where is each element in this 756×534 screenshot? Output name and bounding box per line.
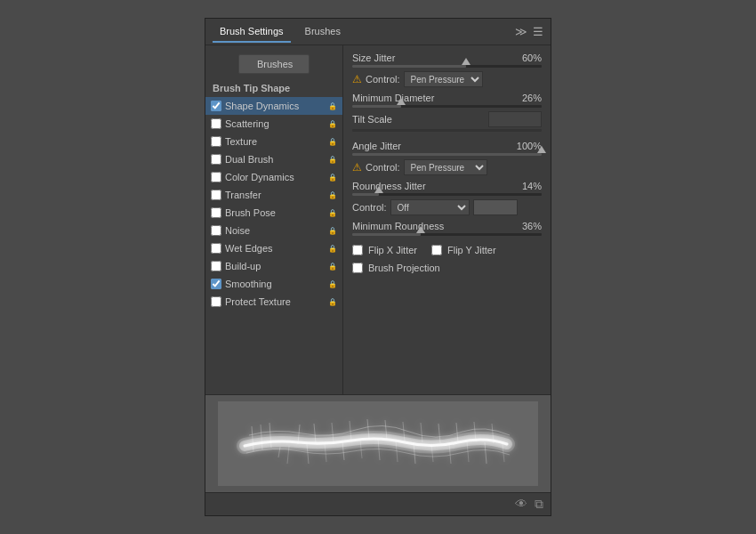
- sidebar-item-wet-edges[interactable]: Wet Edges🔒: [205, 239, 342, 257]
- min-roundness-value: 36%: [506, 221, 542, 231]
- brush-projection-checkbox[interactable]: [352, 263, 363, 273]
- label-scattering: Scattering: [225, 118, 326, 129]
- sidebar-item-color-dynamics[interactable]: Color Dynamics🔒: [205, 168, 342, 186]
- checkbox-build-up[interactable]: [211, 261, 221, 271]
- angle-jitter-warning-icon: ⚠: [352, 161, 362, 174]
- lock-icon-smoothing: 🔒: [328, 280, 337, 288]
- size-jitter-control-row: ⚠ Control: OffFadePen PressurePen TiltSt…: [352, 71, 542, 87]
- lock-icon-texture: 🔒: [328, 138, 337, 146]
- checkbox-protect-texture[interactable]: [211, 296, 221, 307]
- size-jitter-control-label: Control:: [366, 74, 400, 85]
- angle-jitter-slider[interactable]: [352, 153, 542, 156]
- bottom-bar: 👁 ⧉: [205, 492, 551, 515]
- angle-jitter-label: Angle Jitter: [352, 141, 506, 151]
- tilt-scale-input: [488, 111, 542, 127]
- label-wet-edges: Wet Edges: [225, 243, 326, 254]
- flip-y-checkbox[interactable]: [431, 245, 442, 255]
- min-diameter-value: 26%: [506, 93, 542, 103]
- checkbox-scattering[interactable]: [211, 118, 221, 129]
- lock-icon-brush-pose: 🔒: [328, 209, 337, 217]
- roundness-value-input: [473, 199, 518, 215]
- min-diameter-label: Minimum Diameter: [352, 93, 506, 103]
- expand-icon[interactable]: ≫: [515, 25, 527, 38]
- flip-y-row: Flip Y Jitter: [431, 245, 496, 255]
- label-dual-brush: Dual Brush: [225, 154, 326, 165]
- angle-jitter-value: 100%: [506, 141, 542, 151]
- lock-icon-build-up: 🔒: [328, 263, 337, 271]
- flip-y-label[interactable]: Flip Y Jitter: [447, 245, 496, 255]
- sidebar-item-protect-texture[interactable]: Protect Texture🔒: [205, 293, 342, 311]
- settings-content: Size Jitter 60% ⚠ Control: OffFadePen Pr…: [343, 45, 551, 394]
- menu-icon[interactable]: ☰: [533, 25, 543, 38]
- sidebar-item-dual-brush[interactable]: Dual Brush🔒: [205, 150, 342, 168]
- lock-icon-wet-edges: 🔒: [328, 245, 337, 253]
- lock-icon-dual-brush: 🔒: [328, 156, 337, 164]
- min-roundness-slider[interactable]: [352, 233, 542, 236]
- label-smoothing: Smoothing: [225, 279, 326, 289]
- size-jitter-value: 60%: [506, 53, 542, 63]
- tilt-scale-slider[interactable]: [352, 129, 542, 132]
- sidebar-item-transfer[interactable]: Transfer🔒: [205, 186, 342, 204]
- size-jitter-row: Size Jitter 60%: [352, 53, 542, 63]
- roundness-control-row: Control: OffFadePen PressurePen Tilt: [352, 199, 542, 215]
- label-shape-dynamics: Shape Dynamics: [225, 101, 326, 111]
- lock-icon-scattering: 🔒: [328, 120, 337, 128]
- min-roundness-row: Minimum Roundness 36%: [352, 221, 542, 231]
- lock-icon-noise: 🔒: [328, 227, 337, 235]
- checkbox-wet-edges[interactable]: [211, 243, 221, 254]
- checkbox-brush-pose[interactable]: [211, 207, 221, 218]
- sidebar: Brushes Brush Tip Shape Shape Dynamics🔒S…: [205, 45, 343, 394]
- roundness-control-label: Control:: [352, 202, 387, 213]
- brush-settings-panel: Brush Settings Brushes ≫ ☰ Brushes Brush…: [205, 18, 551, 516]
- brush-stroke-svg: [227, 409, 529, 480]
- checkbox-color-dynamics[interactable]: [211, 172, 221, 182]
- tilt-scale-label: Tilt Scale: [352, 114, 488, 125]
- min-roundness-label: Minimum Roundness: [352, 221, 506, 231]
- brush-projection-row: Brush Projection: [352, 263, 542, 273]
- brushes-button[interactable]: Brushes: [238, 54, 310, 74]
- sidebar-item-brush-pose[interactable]: Brush Pose🔒: [205, 204, 342, 222]
- label-brush-pose: Brush Pose: [225, 207, 326, 218]
- checkbox-texture[interactable]: [211, 136, 221, 147]
- angle-jitter-control-row: ⚠ Control: OffFadePen PressurePen TiltIn…: [352, 159, 542, 175]
- size-jitter-warning-icon: ⚠: [352, 73, 362, 85]
- label-transfer: Transfer: [225, 190, 326, 200]
- angle-jitter-control-select[interactable]: OffFadePen PressurePen TiltInitial Direc…: [404, 159, 487, 175]
- lock-icon-protect-texture: 🔒: [328, 298, 337, 306]
- checkbox-smoothing[interactable]: [211, 279, 221, 289]
- sidebar-item-shape-dynamics[interactable]: Shape Dynamics🔒: [205, 97, 342, 115]
- copy-icon[interactable]: ⧉: [535, 497, 543, 512]
- size-jitter-control-select[interactable]: OffFadePen PressurePen TiltStylus Wheel: [404, 71, 483, 87]
- sidebar-item-texture[interactable]: Texture🔒: [205, 133, 342, 150]
- flip-x-label[interactable]: Flip X Jitter: [368, 245, 417, 255]
- angle-jitter-row: Angle Jitter 100%: [352, 141, 542, 151]
- tilt-scale-row: Tilt Scale: [352, 111, 542, 127]
- tab-brush-settings[interactable]: Brush Settings: [213, 21, 291, 43]
- flip-x-row: Flip X Jitter: [352, 245, 417, 255]
- sidebar-item-scattering[interactable]: Scattering🔒: [205, 115, 342, 133]
- sidebar-item-smoothing[interactable]: Smoothing🔒: [205, 275, 342, 293]
- checkbox-shape-dynamics[interactable]: [211, 101, 221, 111]
- min-diameter-row: Minimum Diameter 26%: [352, 93, 542, 103]
- label-protect-texture: Protect Texture: [225, 296, 326, 307]
- lock-icon-transfer: 🔒: [328, 191, 337, 199]
- panel-body: Brushes Brush Tip Shape Shape Dynamics🔒S…: [205, 45, 551, 394]
- sidebar-item-build-up[interactable]: Build-up🔒: [205, 257, 342, 275]
- sidebar-item-noise[interactable]: Noise🔒: [205, 222, 342, 239]
- brush-preview-area: [205, 394, 551, 492]
- size-jitter-slider[interactable]: [352, 65, 542, 68]
- lock-icon-shape-dynamics: 🔒: [328, 102, 337, 110]
- flip-x-checkbox[interactable]: [352, 245, 363, 255]
- tab-brushes[interactable]: Brushes: [298, 21, 348, 43]
- label-color-dynamics: Color Dynamics: [225, 172, 326, 182]
- roundness-jitter-slider[interactable]: [352, 193, 542, 196]
- checkbox-noise[interactable]: [211, 225, 221, 236]
- label-texture: Texture: [225, 136, 326, 147]
- brush-projection-label[interactable]: Brush Projection: [368, 263, 440, 273]
- min-diameter-slider[interactable]: [352, 105, 542, 108]
- checkbox-dual-brush[interactable]: [211, 154, 221, 165]
- roundness-control-select[interactable]: OffFadePen PressurePen Tilt: [390, 199, 470, 215]
- angle-jitter-control-label: Control:: [366, 162, 400, 173]
- checkbox-transfer[interactable]: [211, 190, 221, 200]
- eye-icon[interactable]: 👁: [515, 497, 527, 512]
